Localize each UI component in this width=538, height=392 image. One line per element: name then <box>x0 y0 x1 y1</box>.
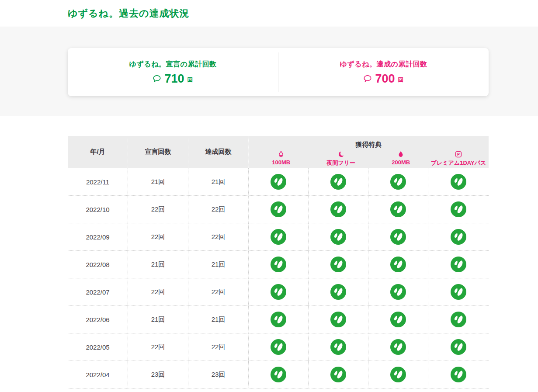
declared-summary: ゆずるね。宣言の累計回数 710 回 <box>68 48 278 96</box>
declared-count-cell: 21回 <box>128 168 188 195</box>
yuzurune-achieved-icon <box>271 257 286 272</box>
declared-count-cell: 22回 <box>128 196 188 223</box>
reward-label: プレミアム1DAYパス <box>431 159 486 167</box>
column-header-declared: 宣言回数 <box>128 136 188 168</box>
yuzurune-achieved-icon <box>271 312 286 327</box>
reward-column-night-free: 夜間フリー <box>311 150 371 167</box>
yuzurune-achieved-icon <box>451 229 466 245</box>
achieved-summary-label: ゆずるね。達成の累計回数 <box>340 60 427 69</box>
yuzurune-achieved-icon <box>390 312 406 327</box>
achieved-count-cell: 22回 <box>188 223 249 250</box>
reward-200mb-cell <box>368 306 428 333</box>
declared-summary-label: ゆずるね。宣言の累計回数 <box>129 60 217 69</box>
speech-bubble-icon <box>363 74 372 83</box>
premium-pass-icon: P <box>455 150 462 158</box>
reward-night-free-cell <box>309 333 368 361</box>
reward-night-free-cell <box>309 278 368 305</box>
reward-premium-pass-cell <box>428 306 489 333</box>
reward-200mb-cell <box>368 196 428 223</box>
achieved-count-cell: 22回 <box>188 333 249 361</box>
achieved-count-cell: 22回 <box>188 196 249 223</box>
month-cell: 2022/11 <box>68 168 128 195</box>
declared-count-cell: 21回 <box>128 306 188 333</box>
month-cell: 2022/04 <box>68 361 128 388</box>
moon-icon <box>337 150 345 158</box>
summary-band: ゆずるね。宣言の累計回数 710 回 ゆずるね。達成の累計回数 700 回 <box>0 27 538 116</box>
table-row: 2022/05 22回 22回 <box>68 333 489 361</box>
reward-200mb-cell <box>368 333 428 361</box>
yuzurune-achieved-icon <box>330 201 346 217</box>
month-cell: 2022/05 <box>68 333 128 361</box>
reward-column-200mb: 200MB <box>371 150 431 167</box>
speech-bubble-icon <box>153 74 161 83</box>
reward-night-free-cell <box>309 251 368 278</box>
reward-100mb-cell <box>249 168 309 195</box>
table-row: 2022/11 21回 21回 <box>68 168 489 196</box>
yuzurune-achieved-icon <box>271 284 286 300</box>
yuzurune-achieved-icon <box>390 284 406 300</box>
column-header-rewards-group: 獲得特典 100MB 夜間フリー <box>249 136 489 168</box>
reward-label: 夜間フリー <box>326 159 355 167</box>
column-header-achieved: 達成回数 <box>188 136 249 168</box>
reward-label: 200MB <box>392 159 410 166</box>
yuzurune-achieved-icon <box>271 339 286 355</box>
month-cell: 2022/10 <box>68 196 128 223</box>
table-row: 2022/07 22回 22回 <box>68 278 489 306</box>
yuzurune-achieved-icon <box>271 229 286 245</box>
table-row: 2022/10 22回 22回 <box>68 196 489 223</box>
declared-count-cell: 21回 <box>128 251 188 278</box>
yuzurune-achieved-icon <box>451 284 466 300</box>
yuzurune-achieved-icon <box>451 201 466 217</box>
achieved-count-cell: 23回 <box>188 361 249 388</box>
reward-premium-pass-cell <box>428 278 489 305</box>
page-title: ゆずるね。過去の達成状況 <box>68 7 190 20</box>
table-header: 年/月 宣言回数 達成回数 獲得特典 100MB 夜間フリー <box>68 136 489 168</box>
achieved-summary: ゆずるね。達成の累計回数 700 回 <box>278 48 489 96</box>
column-header-month: 年/月 <box>68 136 128 168</box>
reward-100mb-cell <box>249 223 309 250</box>
yuzurune-achieved-icon <box>451 174 466 190</box>
yuzurune-achieved-icon <box>390 201 406 217</box>
droplet-filled-icon <box>397 150 405 158</box>
yuzurune-achieved-icon <box>390 229 406 245</box>
declared-count-value: 710 <box>164 73 184 85</box>
reward-200mb-cell <box>368 251 428 278</box>
yuzurune-achieved-icon <box>330 284 346 300</box>
reward-premium-pass-cell <box>428 168 489 195</box>
yuzurune-achieved-icon <box>390 367 406 382</box>
reward-premium-pass-cell <box>428 361 489 388</box>
achieved-count-cell: 21回 <box>188 168 249 195</box>
reward-column-premium-1day-pass: P プレミアム1DAYパス <box>431 150 486 167</box>
yuzurune-achieved-icon <box>330 257 346 272</box>
reward-200mb-cell <box>368 223 428 250</box>
reward-premium-pass-cell <box>428 196 489 223</box>
declared-count-cell: 22回 <box>128 333 188 361</box>
yuzurune-achieved-icon <box>451 367 466 382</box>
month-cell: 2022/07 <box>68 278 128 305</box>
reward-premium-pass-cell <box>428 251 489 278</box>
yuzurune-achieved-icon <box>451 312 466 327</box>
yuzurune-achieved-icon <box>330 312 346 327</box>
achieved-count-value: 700 <box>375 73 395 85</box>
achieved-count-cell: 22回 <box>188 278 249 305</box>
reward-premium-pass-cell <box>428 333 489 361</box>
month-cell: 2022/09 <box>68 223 128 250</box>
svg-text:P: P <box>457 152 460 156</box>
reward-night-free-cell <box>309 306 368 333</box>
table-row: 2022/09 22回 22回 <box>68 223 489 251</box>
yuzurune-achieved-icon <box>330 174 346 190</box>
yuzurune-achieved-icon <box>330 339 346 355</box>
rewards-group-title: 獲得特典 <box>356 141 382 149</box>
droplet-outline-icon <box>277 150 285 158</box>
reward-night-free-cell <box>309 196 368 223</box>
reward-100mb-cell <box>249 196 309 223</box>
reward-night-free-cell <box>309 361 368 388</box>
reward-premium-pass-cell <box>428 223 489 250</box>
yuzurune-achieved-icon <box>330 367 346 382</box>
declared-count-cell: 22回 <box>128 223 188 250</box>
yuzurune-achieved-icon <box>390 174 406 190</box>
declared-count-cell: 22回 <box>128 278 188 305</box>
table-row: 2022/08 21回 21回 <box>68 251 489 278</box>
reward-100mb-cell <box>249 251 309 278</box>
yuzurune-achieved-icon <box>390 257 406 272</box>
